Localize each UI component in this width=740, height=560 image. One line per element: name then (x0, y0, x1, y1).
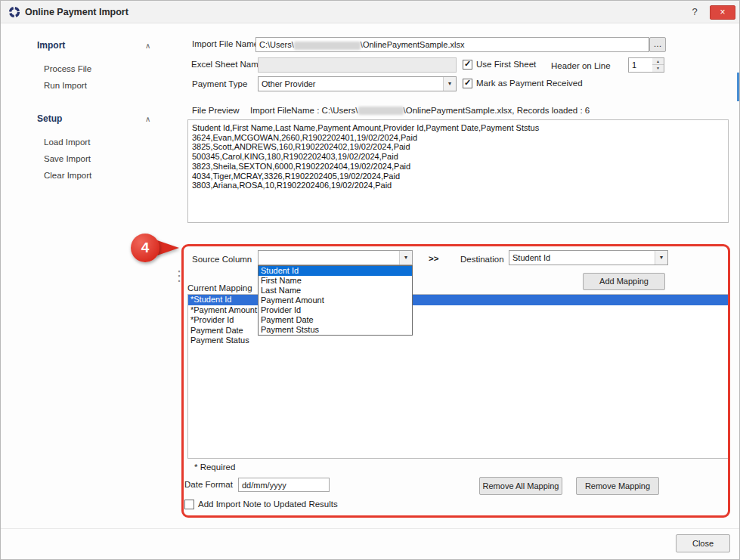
sidebar-item-clear-import[interactable]: Clear Import (44, 171, 91, 180)
preview-line: 3823,Sheila,SEXTON,6000,R1902202404,19/0… (192, 162, 724, 172)
source-column-select[interactable]: ▾ (258, 250, 413, 265)
sidebar-item-process-file[interactable]: Process File (44, 64, 91, 73)
file-preview-label: File Preview (192, 106, 240, 115)
footer-divider (1, 528, 740, 529)
path-suffix: \OnlinePaymentSample.xlsx (361, 40, 465, 49)
preview-line: 3825,Scott,ANDREWS,160,R1902202402,19/02… (192, 142, 724, 152)
add-import-note-checkbox[interactable] (184, 500, 194, 509)
browse-button[interactable]: … (649, 37, 666, 52)
import-file-name-label: Import File Name (192, 39, 259, 48)
date-format-input[interactable]: dd/mm/yyyy (238, 478, 330, 492)
dropdown-option[interactable]: Payment Ststus (259, 325, 412, 335)
header-on-line-input[interactable]: 1 (628, 57, 653, 73)
collapse-import-icon[interactable]: ∧ (145, 42, 150, 50)
import-file-name-input[interactable]: C:\Users\\OnlinePaymentSample.xlsx (255, 37, 649, 52)
scroll-indicator (737, 73, 740, 101)
source-column-label: Source Column (192, 255, 252, 264)
meta-suffix: \OnlinePaymentSample.xlsx, Records loade… (404, 106, 590, 115)
check-icon: ✓ (463, 59, 472, 69)
spin-up-icon[interactable]: ▲ (652, 58, 664, 65)
preview-line: 4034,Tiger,MCRAY,3326,R1902202405,19/02/… (192, 172, 724, 181)
dropdown-option[interactable]: Payment Amount (259, 295, 412, 305)
dropdown-option[interactable]: Provider Id (259, 305, 412, 315)
redacted-username (294, 42, 361, 50)
check-icon: ✓ (463, 78, 472, 88)
meta-prefix: Import FileName : C:\Users\ (250, 106, 358, 115)
collapse-setup-icon[interactable]: ∧ (145, 115, 150, 123)
remove-all-mapping-button[interactable]: Remove All Mapping (479, 477, 562, 495)
help-button[interactable]: ? (686, 1, 704, 23)
add-mapping-button[interactable]: Add Mapping (583, 273, 665, 290)
source-column-dropdown: Student Id First Name Last Name Payment … (258, 265, 413, 336)
window-close-button[interactable]: × (710, 5, 735, 20)
dropdown-option[interactable]: First Name (259, 276, 412, 286)
close-button[interactable]: Close (676, 534, 730, 552)
annotation-callout-number: 4 (131, 234, 159, 262)
remove-mapping-button[interactable]: Remove Mapping (576, 477, 659, 495)
mark-as-payment-received-label: Mark as Payment Received (476, 79, 583, 88)
sidebar-item-run-import[interactable]: Run Import (44, 81, 87, 90)
dropdown-option[interactable]: Student Id (259, 266, 412, 276)
header-on-line-spinner[interactable]: ▲ ▼ (652, 57, 664, 73)
file-preview-box[interactable]: Student Id,First Name,Last Name,Payment … (187, 119, 729, 223)
titlebar: Online Payment Import ? × (1, 1, 739, 23)
excel-sheet-name-label: Excel Sheet Name (191, 60, 263, 69)
destination-label: Destination (460, 255, 504, 264)
payment-type-select[interactable]: Other Provider ▾ (258, 76, 457, 91)
file-preview-meta: Import FileName : C:\Users\\OnlinePaymen… (250, 106, 590, 115)
dropdown-option[interactable]: Payment Date (259, 315, 412, 325)
use-first-sheet-checkbox[interactable]: ✓ (463, 60, 472, 70)
preview-line: 500345,Carol,KING,180,R1902202403,19/02/… (192, 152, 724, 162)
dropdown-arrow-icon[interactable]: ▾ (443, 77, 456, 91)
required-note: * Required (194, 463, 235, 472)
sidebar-item-save-import[interactable]: Save Import (44, 154, 91, 163)
excel-sheet-name-input[interactable] (258, 57, 457, 73)
sidebar-section-setup[interactable]: Setup (37, 113, 62, 124)
date-format-label: Date Format (184, 480, 233, 489)
spin-down-icon[interactable]: ▼ (652, 65, 664, 72)
header-on-line-label: Header on Line (551, 61, 611, 70)
destination-value: Student Id (512, 252, 652, 263)
drag-handle-dots-icon: ⋮ (172, 266, 186, 286)
current-mapping-label: Current Mapping (187, 283, 252, 292)
add-import-note-label: Add Import Note to Updated Results (198, 500, 338, 509)
dropdown-arrow-icon[interactable]: ▾ (399, 251, 412, 265)
payment-type-label: Payment Type (192, 79, 247, 88)
online-payment-import-window: Online Payment Import ? × Import ∧ Proce… (0, 0, 740, 560)
payment-type-value: Other Provider (262, 79, 441, 89)
preview-line: Student Id,First Name,Last Name,Payment … (192, 123, 724, 133)
window-title: Online Payment Import (25, 1, 128, 23)
sidebar-item-load-import[interactable]: Load Import (44, 138, 90, 147)
destination-select[interactable]: Student Id ▾ (509, 250, 668, 265)
preview-line: 3803,Ariana,ROSA,10,R1902202406,19/02/20… (192, 181, 724, 190)
path-prefix: C:\Users\ (259, 40, 294, 49)
app-icon (8, 6, 20, 18)
preview-line: 3624,Evan,MCGOWAN,2660,R1902202401,19/02… (192, 133, 724, 143)
dropdown-arrow-icon[interactable]: ▾ (655, 251, 667, 265)
map-direction-arrows: >> (429, 254, 438, 263)
dropdown-option[interactable]: Last Name (259, 286, 412, 295)
mark-as-payment-received-checkbox[interactable]: ✓ (463, 79, 472, 88)
use-first-sheet-label: Use First Sheet (476, 60, 536, 69)
sidebar-section-import[interactable]: Import (37, 40, 65, 51)
mapping-item[interactable]: Payment Status (188, 336, 728, 346)
redacted-username (358, 107, 404, 115)
